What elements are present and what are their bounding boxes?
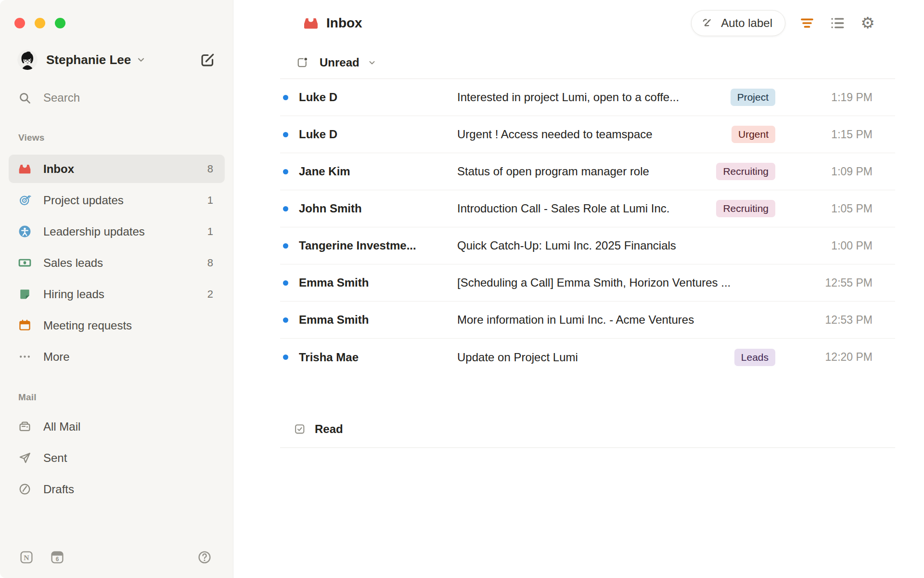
main-panel: Inbox Auto label	[234, 0, 924, 578]
email-label-chip: Urgent	[732, 126, 775, 143]
email-time: 1:05 PM	[800, 202, 873, 215]
unread-section-header[interactable]: Unread	[280, 46, 895, 79]
email-row[interactable]: Luke D Urgent ! Access needed to teamspa…	[280, 116, 895, 153]
list-view-icon[interactable]	[829, 15, 846, 31]
svg-text:N: N	[24, 553, 29, 562]
sidebar-item-project-updates[interactable]: Project updates 1	[9, 186, 225, 214]
ellipsis-icon	[18, 350, 31, 363]
minimize-window-button[interactable]	[35, 18, 45, 28]
email-subject: Interested in project Lumi, open to a co…	[457, 91, 731, 104]
email-time: 1:09 PM	[800, 165, 873, 178]
email-sender: Emma Smith	[299, 276, 457, 289]
person-icon	[18, 225, 31, 238]
email-time: 1:15 PM	[800, 128, 873, 141]
sidebar-item-count: 8	[207, 163, 213, 175]
help-icon[interactable]	[197, 550, 212, 565]
unread-dot-icon	[283, 169, 288, 174]
views-list: Inbox 8 Project updates 1 Leadership upd…	[0, 155, 233, 371]
email-sender: Luke D	[299, 91, 457, 104]
email-time: 12:55 PM	[800, 276, 873, 289]
allmail-icon	[18, 420, 31, 433]
sidebar-item-count: 8	[207, 257, 213, 269]
unread-dot-icon	[283, 355, 288, 360]
sidebar-item-more[interactable]: More	[9, 342, 225, 371]
sidebar-item-sales-leads[interactable]: Sales leads 8	[9, 249, 225, 277]
search-placeholder: Search	[43, 91, 80, 105]
email-subject: Quick Catch-Up: Lumi Inc. 2025 Financial…	[457, 239, 800, 252]
email-row[interactable]: Luke D Interested in project Lumi, open …	[280, 79, 895, 116]
account-name: Stephanie Lee	[46, 53, 131, 67]
email-sender: Tangerine Investme...	[299, 239, 457, 252]
email-time: 12:20 PM	[800, 351, 873, 364]
unread-section-title: Unread	[320, 56, 359, 69]
sidebar-item-count: 1	[207, 194, 213, 207]
sidebar-item-leadership-updates[interactable]: Leadership updates 1	[9, 217, 225, 246]
email-sender: Trisha Mae	[299, 351, 457, 364]
sidebar-item-count: 2	[207, 288, 213, 301]
calendar-app-icon[interactable]: 6	[50, 550, 64, 565]
auto-label-button[interactable]: Auto label	[691, 10, 785, 36]
calendar-icon	[18, 319, 31, 332]
email-sender: Jane Kim	[299, 165, 457, 178]
unread-dot-icon	[283, 132, 288, 137]
read-checkbox-icon	[294, 423, 306, 435]
read-section-header[interactable]: Read	[280, 410, 895, 448]
account-switcher[interactable]: Stephanie Lee	[0, 50, 233, 70]
search-input[interactable]: Search	[0, 88, 233, 107]
email-subject: Introduction Call - Sales Role at Lumi I…	[457, 202, 716, 215]
email-time: 1:00 PM	[800, 239, 873, 252]
zoom-window-button[interactable]	[55, 18, 65, 28]
settings-gear-icon[interactable]: ⚙︎	[860, 15, 876, 31]
chevron-down-icon	[136, 54, 146, 65]
email-sender: Luke D	[299, 128, 457, 141]
email-label-chip: Leads	[734, 349, 775, 366]
email-row[interactable]: Jane Kim Status of open program manager …	[280, 153, 895, 190]
target-icon	[18, 194, 31, 207]
unread-dot-icon	[283, 280, 288, 286]
window-controls	[0, 0, 233, 28]
compose-icon[interactable]	[200, 52, 216, 68]
email-row[interactable]: Trisha Mae Update on Project Lumi Leads …	[280, 339, 895, 376]
sidebar-item-all-mail[interactable]: All Mail	[9, 412, 225, 441]
email-time: 12:53 PM	[800, 314, 873, 327]
main-header: Inbox Auto label	[234, 0, 924, 46]
filter-icon[interactable]	[799, 15, 815, 31]
email-time: 1:19 PM	[800, 91, 873, 104]
email-list: Luke D Interested in project Lumi, open …	[280, 79, 895, 376]
auto-label-text: Auto label	[721, 16, 772, 30]
email-list-wrap: Unread Luke D Interested in project Lumi…	[280, 46, 895, 448]
sidebar-item-inbox[interactable]: Inbox 8	[9, 155, 225, 183]
unread-dot-icon	[283, 95, 288, 100]
sidebar: Stephanie Lee Search Views Inbox	[0, 0, 233, 578]
email-row[interactable]: Emma Smith [Scheduling a Call] Emma Smit…	[280, 264, 895, 302]
unread-dot-icon	[283, 317, 288, 323]
app-window: Stephanie Lee Search Views Inbox	[0, 0, 924, 578]
sidebar-item-sent[interactable]: Sent	[9, 444, 225, 472]
notion-logo-icon[interactable]: N	[19, 550, 34, 565]
email-subject: Urgent ! Access needed to teamspace	[457, 128, 732, 141]
unread-square-icon	[296, 56, 308, 69]
email-subject: [Scheduling a Call] Emma Smith, Horizon …	[457, 276, 800, 289]
chevron-down-icon	[367, 58, 377, 67]
svg-text:6: 6	[56, 556, 59, 563]
email-subject: More information in Lumi Inc. - Acme Ven…	[457, 313, 800, 327]
sidebar-item-drafts[interactable]: Drafts	[9, 475, 225, 503]
cash-icon	[18, 256, 31, 269]
page-title: Inbox	[326, 15, 362, 31]
sidebar-footer: N 6	[0, 550, 233, 565]
note-icon	[18, 288, 31, 301]
views-section-label: Views	[0, 132, 233, 143]
email-row[interactable]: Emma Smith More information in Lumi Inc.…	[280, 302, 895, 339]
email-row[interactable]: Tangerine Investme... Quick Catch-Up: Lu…	[280, 227, 895, 264]
inbox-icon	[18, 162, 31, 175]
sidebar-item-meeting-requests[interactable]: Meeting requests	[9, 311, 225, 340]
sidebar-item-count: 1	[207, 225, 213, 238]
unread-dot-icon	[283, 243, 288, 249]
search-icon	[18, 92, 31, 105]
close-window-button[interactable]	[14, 18, 25, 28]
mail-list: All Mail Sent Drafts	[0, 412, 233, 503]
sidebar-item-hiring-leads[interactable]: Hiring leads 2	[9, 280, 225, 308]
draft-icon	[18, 483, 31, 496]
read-section-title: Read	[315, 422, 343, 436]
email-row[interactable]: John Smith Introduction Call - Sales Rol…	[280, 190, 895, 227]
